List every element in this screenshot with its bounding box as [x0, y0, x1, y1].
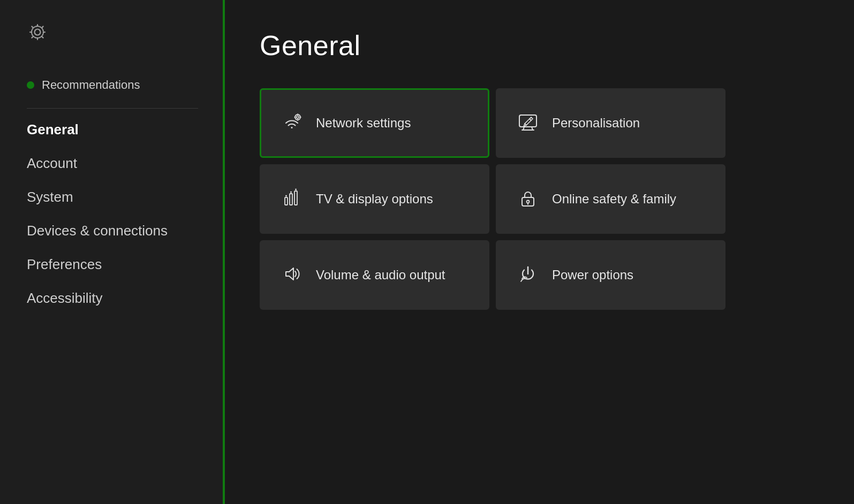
- tile-tv-display-label: TV & display options: [316, 192, 433, 207]
- svg-rect-12: [285, 197, 288, 205]
- sidebar-item-general[interactable]: General: [27, 113, 225, 147]
- svg-point-15: [285, 195, 287, 197]
- svg-rect-14: [294, 191, 297, 205]
- volume-icon: [281, 263, 303, 287]
- main-content: General Network settings: [225, 0, 854, 504]
- network-settings-icon: [281, 111, 303, 135]
- sidebar-item-recommendations[interactable]: Recommendations: [27, 72, 225, 98]
- svg-rect-13: [290, 194, 292, 205]
- gear-icon-container: [27, 21, 225, 45]
- tile-power-options-label: Power options: [552, 268, 633, 282]
- sidebar-divider: [27, 108, 198, 109]
- tile-tv-display[interactable]: TV & display options: [260, 164, 489, 234]
- svg-point-17: [295, 189, 297, 190]
- tile-power-options[interactable]: Power options: [496, 240, 725, 310]
- sidebar-item-account[interactable]: Account: [27, 147, 225, 180]
- personalisation-icon: [517, 111, 539, 135]
- svg-point-0: [35, 29, 41, 35]
- power-icon: [517, 263, 539, 287]
- sidebar-item-system[interactable]: System: [27, 180, 225, 214]
- sidebar-item-preferences[interactable]: Preferences: [27, 248, 225, 281]
- sidebar-item-devices[interactable]: Devices & connections: [27, 214, 225, 248]
- recommendations-label: Recommendations: [42, 78, 140, 92]
- tile-online-safety[interactable]: Online safety & family: [496, 164, 725, 234]
- svg-point-3: [297, 116, 299, 118]
- tile-personalisation[interactable]: Personalisation: [496, 88, 725, 158]
- tile-personalisation-label: Personalisation: [552, 116, 640, 131]
- gear-icon: [27, 21, 48, 43]
- lock-icon: [517, 187, 539, 211]
- sidebar-nav: Recommendations General Account System D…: [27, 72, 225, 315]
- tiles-grid: Network settings Personalisation: [260, 88, 725, 310]
- sidebar-item-accessibility[interactable]: Accessibility: [27, 281, 225, 315]
- svg-point-1: [32, 26, 43, 38]
- tile-online-safety-label: Online safety & family: [552, 192, 676, 207]
- tile-network-settings[interactable]: Network settings: [260, 88, 489, 158]
- tile-network-settings-label: Network settings: [316, 116, 411, 131]
- recommendations-dot: [27, 81, 34, 89]
- svg-point-16: [290, 192, 292, 193]
- page-title: General: [260, 29, 819, 62]
- tile-volume-audio-label: Volume & audio output: [316, 268, 445, 282]
- tv-display-icon: [281, 187, 303, 211]
- svg-marker-21: [286, 268, 293, 280]
- sidebar: Recommendations General Account System D…: [0, 0, 225, 504]
- tile-volume-audio[interactable]: Volume & audio output: [260, 240, 489, 310]
